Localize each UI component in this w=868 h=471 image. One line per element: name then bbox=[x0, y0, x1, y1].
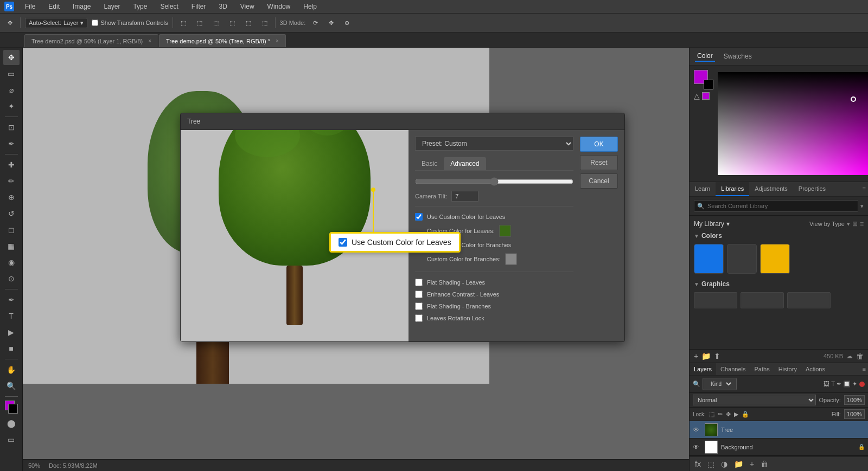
checkbox-leaves-rotation[interactable] bbox=[415, 314, 423, 322]
upload-btn[interactable]: ⬆ bbox=[714, 352, 720, 360]
dodge-tool-icon[interactable]: ⊙ bbox=[3, 271, 20, 286]
tab-learn[interactable]: Learn bbox=[690, 182, 716, 196]
align-bottom-btn[interactable]: ⬚ bbox=[259, 18, 271, 28]
lock-image-icon[interactable]: ✏ bbox=[718, 411, 723, 418]
tab-libraries[interactable]: Libraries bbox=[716, 182, 749, 196]
blend-mode-select[interactable]: Normal bbox=[693, 395, 816, 405]
lock-all-icon[interactable]: 🔒 bbox=[742, 411, 749, 418]
foreground-bg-color[interactable] bbox=[4, 399, 19, 415]
canvas-area[interactable]: Tree bbox=[23, 48, 689, 471]
view-by-dropdown-icon[interactable]: ▾ bbox=[847, 221, 850, 228]
align-center-h-btn[interactable]: ⬚ bbox=[194, 18, 206, 28]
3d-orbit-btn[interactable]: ⟳ bbox=[310, 18, 321, 28]
screen-mode-icon[interactable]: ▭ bbox=[3, 432, 20, 447]
history-brush-icon[interactable]: ↺ bbox=[3, 206, 20, 221]
path-select-icon[interactable]: ▶ bbox=[3, 325, 20, 340]
color-picker-handle[interactable] bbox=[851, 96, 856, 102]
layer-bg-visibility-icon[interactable]: 👁 bbox=[693, 443, 701, 451]
layer-tree-visibility-icon[interactable]: 👁 bbox=[693, 426, 701, 434]
new-layer-btn[interactable]: + bbox=[748, 459, 756, 469]
color-swatch-gold[interactable] bbox=[760, 244, 790, 274]
tab-adjustments[interactable]: Adjustments bbox=[749, 182, 793, 196]
menu-filter[interactable]: Filter bbox=[189, 2, 208, 11]
add-to-library-btn[interactable]: + bbox=[694, 352, 698, 360]
menu-select[interactable]: Select bbox=[158, 2, 180, 11]
tab-channels[interactable]: Channels bbox=[716, 363, 750, 375]
dialog-title-bar[interactable]: Tree bbox=[181, 113, 624, 130]
tab-swatches[interactable]: Swatches bbox=[722, 51, 754, 61]
camera-tilt-input[interactable]: 7 bbox=[451, 191, 478, 202]
menu-window[interactable]: Window bbox=[265, 2, 293, 11]
gradient-tool-icon[interactable]: ▦ bbox=[3, 238, 20, 254]
lib-panel-options-btn[interactable]: ≡ bbox=[860, 182, 868, 196]
opacity-control[interactable]: 100% bbox=[844, 395, 865, 405]
add-mask-btn[interactable]: ⬚ bbox=[705, 459, 717, 469]
tab-actions[interactable]: Actions bbox=[801, 363, 829, 375]
library-name-dropdown-icon[interactable]: ▾ bbox=[726, 220, 730, 228]
cancel-button[interactable]: Cancel bbox=[580, 173, 618, 189]
3d-zoom-btn[interactable]: ⊕ bbox=[341, 18, 353, 28]
list-view-btn[interactable]: ≡ bbox=[860, 220, 864, 228]
menu-file[interactable]: File bbox=[23, 2, 37, 11]
graphics-item-2[interactable] bbox=[741, 292, 784, 308]
tab-advanced[interactable]: Advanced bbox=[444, 157, 486, 170]
branches-color-swatch[interactable] bbox=[505, 253, 517, 265]
doc-tab-1-close[interactable]: × bbox=[148, 38, 151, 44]
zoom-tool-icon[interactable]: 🔍 bbox=[3, 378, 20, 393]
checkbox-flat-shading-leaves[interactable] bbox=[415, 279, 423, 286]
eyedropper-icon[interactable]: ✒ bbox=[3, 136, 20, 151]
marquee-tool-icon[interactable]: ▭ bbox=[3, 66, 20, 81]
hand-tool-icon[interactable]: ✋ bbox=[3, 362, 20, 377]
color-spectrum-grid[interactable] bbox=[718, 72, 868, 175]
menu-3d[interactable]: 3D bbox=[216, 2, 229, 11]
align-top-btn[interactable]: ⬚ bbox=[226, 18, 238, 28]
adjustment-layer-btn[interactable]: ◑ bbox=[719, 459, 730, 469]
delete-btn[interactable]: 🗑 bbox=[856, 352, 864, 360]
crop-tool-icon[interactable]: ⊡ bbox=[3, 120, 20, 135]
checkbox-flat-shading-branches[interactable] bbox=[415, 302, 423, 310]
brush-tool-icon[interactable]: ✏ bbox=[3, 173, 20, 189]
text-tool-icon[interactable]: T bbox=[3, 308, 20, 324]
layer-row-tree[interactable]: 👁 Tree bbox=[690, 421, 868, 438]
3d-pan-btn[interactable]: ✥ bbox=[326, 18, 337, 28]
tab-basic[interactable]: Basic bbox=[415, 157, 444, 170]
align-right-btn[interactable]: ⬚ bbox=[210, 18, 222, 28]
new-group-btn[interactable]: 📁 bbox=[701, 352, 711, 360]
menu-image[interactable]: Image bbox=[71, 2, 93, 11]
search-dropdown-icon[interactable]: ▾ bbox=[860, 203, 864, 210]
blur-tool-icon[interactable]: ◉ bbox=[3, 255, 20, 270]
fill-control[interactable]: 100% bbox=[844, 409, 865, 419]
menu-edit[interactable]: Edit bbox=[46, 2, 62, 11]
shape-tool-icon[interactable]: ■ bbox=[3, 341, 20, 356]
eraser-tool-icon[interactable]: ◻ bbox=[3, 222, 20, 237]
checkbox-custom-leaves[interactable] bbox=[415, 213, 423, 221]
color-swatch-blue[interactable] bbox=[694, 244, 724, 274]
doc-tab-1[interactable]: Tree demo2.psd @ 50% (Layer 1, RGB/8) × bbox=[24, 34, 158, 47]
tab-properties[interactable]: Properties bbox=[793, 182, 831, 196]
lasso-tool-icon[interactable]: ⌀ bbox=[3, 82, 20, 98]
tilt-slider[interactable] bbox=[415, 177, 573, 186]
align-center-v-btn[interactable]: ⬚ bbox=[242, 18, 254, 28]
tooltip-checkbox[interactable] bbox=[339, 238, 347, 247]
pen-tool-icon[interactable]: ✒ bbox=[3, 292, 20, 307]
layer-row-background[interactable]: 👁 Background 🔒 bbox=[690, 438, 868, 456]
heal-tool-icon[interactable]: ✚ bbox=[3, 157, 20, 172]
grid-view-btn[interactable]: ⊞ bbox=[852, 220, 858, 228]
color-swatch-dark[interactable] bbox=[727, 244, 757, 274]
layer-fx-btn[interactable]: fx bbox=[693, 459, 703, 469]
fg-bg-color-indicator[interactable] bbox=[694, 70, 713, 89]
new-group-btn[interactable]: 📁 bbox=[732, 459, 745, 469]
lock-transparent-icon[interactable]: ⬚ bbox=[709, 411, 714, 418]
auto-select-control[interactable]: Auto-Select: Layer ▾ bbox=[25, 18, 87, 28]
lock-position-icon[interactable]: ✥ bbox=[726, 411, 731, 418]
doc-tab-2[interactable]: Tree demo.psd @ 50% (Tree, RGB/8) * × bbox=[159, 34, 286, 47]
menu-view[interactable]: View bbox=[238, 2, 257, 11]
menu-type[interactable]: Type bbox=[131, 2, 149, 11]
align-left-btn[interactable]: ⬚ bbox=[177, 18, 189, 28]
move-tool-icon[interactable]: ✥ bbox=[3, 50, 20, 65]
tab-layers[interactable]: Layers bbox=[690, 363, 716, 375]
clone-tool-icon[interactable]: ⊕ bbox=[3, 190, 20, 205]
checkbox-enhance-contrast[interactable] bbox=[415, 291, 423, 298]
library-search-input[interactable] bbox=[694, 200, 858, 212]
graphics-item-3[interactable] bbox=[787, 292, 831, 308]
